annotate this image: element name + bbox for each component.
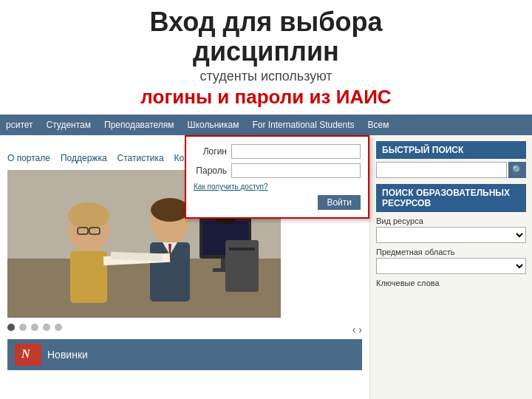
nav-link-statistics[interactable]: Статистика <box>117 153 164 163</box>
main-content: Версия для слабовидящих О портале Поддер… <box>0 135 532 399</box>
navbar-item-teachers[interactable]: Преподавателям <box>104 120 174 130</box>
right-column: БЫСТРЫЙ ПОИСК 🔍 ПОИСК ОБРАЗОВАТЕЛЬНЫХ РЕ… <box>369 135 532 399</box>
subject-area-select[interactable] <box>376 258 526 274</box>
svg-rect-7 <box>70 251 107 303</box>
subject-area-label: Предметная область <box>376 248 526 256</box>
quick-search-button[interactable]: 🔍 <box>508 162 526 178</box>
login-label: Логин <box>194 146 227 157</box>
nav-arrows: ‹ › <box>352 324 362 335</box>
quick-search-row: 🔍 <box>376 162 526 178</box>
dot-3[interactable] <box>31 324 38 331</box>
quick-search-input[interactable] <box>376 162 507 178</box>
left-column: Версия для слабовидящих О портале Поддер… <box>0 135 369 399</box>
nav-link-support[interactable]: Поддержка <box>61 153 107 163</box>
novinki-bar: N Новинки <box>7 339 362 370</box>
password-row: Пароль <box>194 163 361 178</box>
login-row: Логин <box>194 144 361 159</box>
main-title-line2: дисциплин <box>0 37 532 66</box>
search-icon: 🔍 <box>512 165 523 175</box>
access-link[interactable]: Как получить доступ? <box>194 183 361 191</box>
navbar-item-university[interactable]: рситет <box>6 120 33 130</box>
login-actions: Как получить доступ? Войти <box>194 183 361 210</box>
quick-search-title: БЫСТРЫЙ ПОИСК <box>376 141 526 159</box>
dot-1[interactable] <box>7 324 15 331</box>
login-overlay: Логин Пароль Как получить доступ? Войти <box>185 135 369 219</box>
top-section: Вход для выбора дисциплин студенты испол… <box>0 0 532 115</box>
navbar-item-students[interactable]: Студентам <box>47 120 92 130</box>
navbar-item-schoolchildren[interactable]: Школьникам <box>188 120 239 130</box>
red-text: логины и пароли из ИАИС <box>0 86 532 109</box>
carousel-controls: ‹ › <box>0 321 369 338</box>
login-button[interactable]: Войти <box>318 195 361 210</box>
main-title-line1: Вход для выбора <box>0 7 532 37</box>
svg-point-3 <box>68 202 109 229</box>
prev-arrow[interactable]: ‹ <box>352 324 356 335</box>
novinki-label: Новинки <box>47 349 88 361</box>
dots-row <box>7 324 62 335</box>
dot-2[interactable] <box>19 324 27 331</box>
resource-search-title: ПОИСК ОБРАЗОВАТЕЛЬНЫХ РЕСУРСОВ <box>376 184 526 212</box>
svg-rect-18 <box>229 248 255 250</box>
svg-text:N: N <box>21 347 31 360</box>
novinki-logo-svg: N <box>19 345 37 361</box>
nav-link-about[interactable]: О портале <box>7 153 50 163</box>
svg-point-9 <box>151 198 189 222</box>
navbar: рситет Студентам Преподавателям Школьник… <box>0 115 532 135</box>
sub-text: студенты используют <box>0 69 532 84</box>
resource-type-select[interactable] <box>376 227 526 243</box>
next-arrow[interactable]: › <box>358 324 362 335</box>
navbar-item-international[interactable]: For International Students <box>252 120 354 130</box>
password-label: Пароль <box>194 166 227 176</box>
resource-type-label: Вид ресурса <box>376 216 526 225</box>
navbar-items: рситет Студентам Преподавателям Школьник… <box>6 120 526 130</box>
password-input[interactable] <box>231 163 361 178</box>
navbar-item-all[interactable]: Всем <box>368 120 389 130</box>
login-input[interactable] <box>231 144 361 159</box>
dot-5[interactable] <box>55 324 62 331</box>
novinki-icon: N <box>15 344 41 366</box>
dot-4[interactable] <box>43 324 50 331</box>
keywords-label: Ключевые слова <box>376 279 526 287</box>
